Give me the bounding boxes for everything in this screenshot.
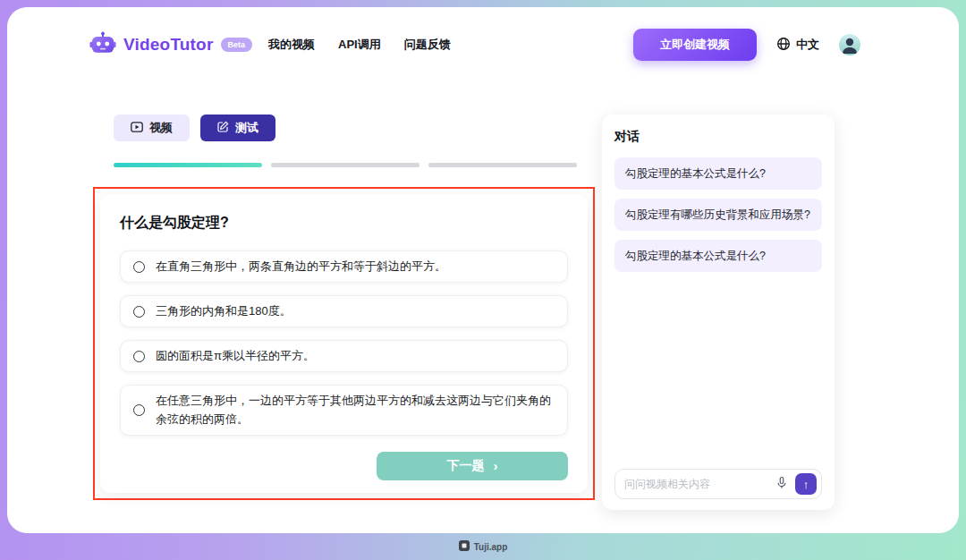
radio-icon[interactable]	[133, 306, 145, 318]
chat-message: 勾股定理的基本公式是什么?	[614, 157, 822, 190]
quiz-actions: 下一题 ›	[120, 452, 568, 480]
quiz-option[interactable]: 三角形的内角和是180度。	[120, 295, 568, 327]
beta-badge: Beta	[221, 38, 253, 52]
chat-panel: 对话 勾股定理的基本公式是什么? 勾股定理有哪些历史背景和应用场景? 勾股定理的…	[602, 115, 835, 510]
app-window: VideoTutor Beta 我的视频 API调用 问题反馈 立即创建视频 中…	[7, 7, 959, 533]
main-nav: 我的视频 API调用 问题反馈	[268, 37, 451, 53]
video-play-icon	[131, 122, 143, 135]
next-question-button[interactable]: 下一题 ›	[377, 452, 568, 480]
quiz-option[interactable]: 在直角三角形中，两条直角边的平方和等于斜边的平方。	[120, 250, 568, 283]
quiz-option[interactable]: 在任意三角形中，一边的平方等于其他两边平方的和减去这两边与它们夹角的余弦的积的两…	[120, 385, 568, 435]
chat-input-row: ↑	[614, 469, 822, 499]
quiz-question: 什么是勾股定理?	[120, 214, 568, 233]
arrow-up-icon: ↑	[803, 478, 809, 491]
tab-video-label: 视频	[149, 120, 173, 136]
main-content: 视频 测试 什么是	[93, 115, 959, 510]
videotutor-robot-icon	[89, 31, 116, 59]
mic-button[interactable]	[774, 476, 790, 492]
chat-input[interactable]	[624, 478, 768, 490]
brand-link[interactable]: VideoTutor Beta	[89, 31, 252, 59]
chat-message: 勾股定理有哪些历史背景和应用场景?	[614, 199, 822, 231]
nav-item-my-videos[interactable]: 我的视频	[268, 37, 315, 53]
option-text: 在直角三角形中，两条直角边的平方和等于斜边的平方。	[156, 258, 446, 276]
progress-bar	[114, 163, 577, 167]
nav-item-api[interactable]: API调用	[338, 37, 381, 53]
globe-icon	[776, 37, 791, 54]
tab-quiz-label: 测试	[235, 120, 258, 136]
option-text: 在任意三角形中，一边的平方等于其他两边平方的和减去这两边与它们夹角的余弦的积的两…	[156, 392, 555, 428]
option-list: 在直角三角形中，两条直角边的平方和等于斜边的平方。 三角形的内角和是180度。 …	[120, 250, 568, 436]
progress-segment	[271, 163, 419, 167]
chat-title: 对话	[614, 129, 822, 145]
chevron-right-icon: ›	[494, 459, 498, 472]
send-button[interactable]: ↑	[795, 473, 817, 495]
avatar[interactable]	[839, 34, 860, 55]
footer-badge[interactable]: Tuji.app	[0, 533, 966, 560]
radio-icon[interactable]	[133, 404, 145, 416]
view-tabs: 视频 测试	[114, 115, 595, 141]
edit-pencil-icon	[217, 121, 229, 135]
option-text: 圆的面积是π乘以半径的平方。	[156, 347, 315, 365]
nav-item-feedback[interactable]: 问题反馈	[404, 37, 451, 53]
header: VideoTutor Beta 我的视频 API调用 问题反馈 立即创建视频 中…	[89, 27, 860, 63]
annotation-box: 什么是勾股定理? 在直角三角形中，两条直角边的平方和等于斜边的平方。 三角形的内…	[93, 187, 595, 500]
progress-segment	[428, 163, 577, 167]
chat-message: 勾股定理的基本公式是什么?	[614, 240, 822, 272]
microphone-icon	[775, 476, 788, 492]
progress-segment	[114, 163, 262, 167]
radio-icon[interactable]	[133, 351, 145, 362]
radio-icon[interactable]	[133, 261, 145, 273]
option-text: 三角形的内角和是180度。	[156, 302, 292, 320]
tab-video[interactable]: 视频	[114, 115, 190, 141]
brand-name: VideoTutor	[123, 35, 214, 55]
tuji-logo-icon	[459, 539, 470, 555]
quiz-option[interactable]: 圆的面积是π乘以半径的平方。	[120, 340, 568, 372]
language-selector[interactable]: 中文	[776, 37, 819, 54]
next-question-label: 下一题	[447, 458, 485, 474]
language-label: 中文	[796, 37, 819, 53]
header-right: 立即创建视频 中文	[633, 29, 860, 61]
lesson-panel: 视频 测试 什么是	[93, 115, 595, 500]
create-video-button[interactable]: 立即创建视频	[633, 29, 757, 61]
quiz-card: 什么是勾股定理? 在直角三角形中，两条直角边的平方和等于斜边的平方。 三角形的内…	[100, 194, 588, 493]
tab-quiz[interactable]: 测试	[200, 115, 275, 141]
tuji-label: Tuji.app	[474, 542, 508, 552]
